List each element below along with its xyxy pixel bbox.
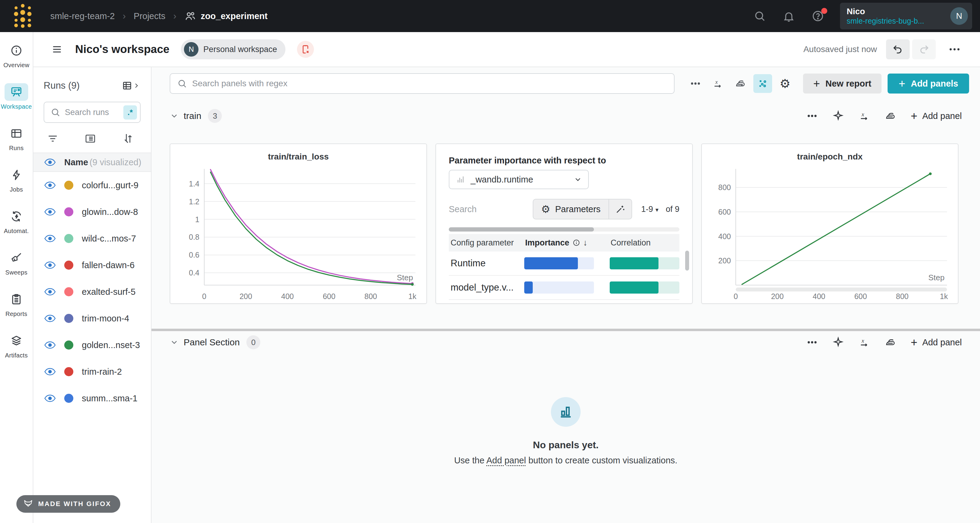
section-add-panel-button[interactable]: + Add panel [911, 336, 962, 348]
run-visibility-eye-icon[interactable] [44, 368, 56, 376]
param-vertical-scrollbar-thumb[interactable] [685, 250, 689, 271]
breadcrumb-team[interactable]: smle-reg-team-2 [50, 11, 115, 21]
svg-text:x: x [715, 79, 718, 85]
magic-wand-button[interactable] [608, 200, 632, 219]
panels-menu-button[interactable] [686, 74, 705, 93]
param-search-placeholder[interactable]: Search [449, 204, 477, 214]
run-row[interactable]: trim-moon-4 [33, 305, 151, 332]
add-panels-button[interactable]: + Add panels [888, 74, 969, 94]
importance-bar [524, 282, 594, 293]
profile-chip[interactable]: Nico smle-registries-bug-b... N [840, 3, 972, 29]
run-visibility-eye-icon[interactable] [44, 208, 56, 216]
pagination[interactable]: 1-9 ▾ of 9 [641, 204, 679, 214]
kebab-icon[interactable] [807, 336, 818, 348]
runs-column-name: Name [64, 157, 88, 167]
panels-toolbar-icons: x [686, 74, 795, 93]
breadcrumb-projects[interactable]: Projects [134, 11, 165, 21]
rail-item-artifacts[interactable]: Artifacts [5, 332, 28, 359]
x-axis-icon[interactable]: x [859, 110, 870, 122]
discard-draft-button[interactable] [297, 41, 314, 58]
rail-item-automat[interactable]: Automat. [4, 208, 29, 235]
global-search-button[interactable] [753, 9, 767, 23]
collapse-sidebar-button[interactable] [50, 43, 64, 56]
scrollbar-thumb[interactable] [449, 227, 594, 231]
rail-item-overview[interactable]: Overview [3, 42, 29, 69]
rail-item-sweeps[interactable]: Sweeps [5, 249, 28, 276]
column-config-parameter[interactable]: Config parameter [449, 238, 525, 247]
run-visibility-eye-icon[interactable] [44, 261, 56, 269]
section-title[interactable]: Panel Section [184, 337, 240, 347]
section-add-panel-button[interactable]: + Add panel [911, 110, 962, 122]
svg-text:Step: Step [397, 273, 413, 282]
group-icon[interactable] [84, 133, 96, 145]
rail-item-runs[interactable]: Runs [5, 125, 28, 152]
column-correlation[interactable]: Correlation [611, 238, 651, 247]
run-visibility-eye-icon[interactable] [44, 235, 56, 242]
run-row[interactable]: golden...nset-3 [33, 332, 151, 358]
expand-runs-table-button[interactable] [122, 80, 141, 91]
x-axis-settings-button[interactable]: x [708, 74, 727, 93]
rail-item-workspace[interactable]: Workspace [1, 83, 32, 110]
redo-button[interactable] [912, 40, 936, 59]
kebab-icon[interactable] [807, 110, 818, 122]
workspace-settings-button[interactable]: ⚙ [776, 74, 795, 93]
search-runs-input[interactable]: Search runs .* [44, 102, 141, 123]
rail-item-reports[interactable]: Reports [5, 290, 28, 317]
regex-toggle-button[interactable]: .* [123, 105, 137, 120]
help-button[interactable] [811, 9, 825, 23]
iron-icon[interactable] [885, 336, 896, 348]
empty-state-icon-circle [551, 397, 581, 427]
wandb-logo[interactable] [13, 3, 33, 29]
workspace-menu-button[interactable] [946, 43, 963, 56]
run-row[interactable]: fallen-dawn-6 [33, 252, 151, 279]
run-row[interactable]: glowin...dow-8 [33, 198, 151, 225]
run-visibility-eye-icon[interactable] [44, 314, 56, 322]
rail-item-jobs[interactable]: Jobs [5, 166, 28, 193]
iron-icon[interactable] [885, 110, 896, 122]
panel-parameter-importance[interactable]: Parameter importance with respect to _wa… [436, 143, 693, 304]
sections-horizontal-scrollbar[interactable] [151, 329, 980, 331]
new-report-button[interactable]: + New report [803, 74, 882, 94]
breadcrumb-project[interactable]: zoo_experiment [184, 10, 267, 22]
eye-icon[interactable] [44, 158, 56, 166]
run-row[interactable]: summ...sma-1 [33, 385, 151, 412]
chevron-down-icon[interactable] [170, 111, 179, 120]
runs-list-header[interactable]: Name (9 visualized) [33, 152, 151, 172]
run-visibility-eye-icon[interactable] [44, 181, 56, 189]
run-visibility-eye-icon[interactable] [44, 288, 56, 296]
svg-text:0: 0 [733, 292, 738, 301]
column-importance[interactable]: Importance ↓ [525, 238, 611, 247]
pin-icon[interactable] [832, 110, 844, 122]
add-panel-link[interactable]: Add panel [486, 455, 526, 465]
param-table-row[interactable]: model_type.v... [449, 276, 679, 300]
run-name: summ...sma-1 [82, 393, 138, 403]
chevron-down-icon[interactable] [170, 338, 179, 347]
section-header-train: train 3 x + [170, 107, 962, 125]
panel-epoch-ndx[interactable]: train/epoch_ndx 200400600800020040060080… [701, 143, 958, 304]
scatter-icon [757, 78, 768, 89]
chevron-down-icon [574, 175, 582, 184]
x-axis-icon[interactable]: x [859, 336, 870, 348]
section-title[interactable]: train [184, 111, 201, 121]
parameters-manage-button[interactable]: ⚙ Parameters [533, 200, 608, 219]
panel-train-loss[interactable]: train/train_loss 0.40.60.811.21.40200400… [170, 143, 427, 304]
run-row[interactable]: exalted-surf-5 [33, 279, 151, 305]
filter-icon[interactable] [47, 133, 59, 145]
search-panels-input[interactable]: Search panels with regex [170, 73, 675, 94]
broom-icon [10, 252, 23, 264]
target-metric-select[interactable]: _wandb.runtime [449, 170, 589, 189]
notifications-button[interactable] [782, 9, 796, 23]
run-visibility-eye-icon[interactable] [44, 341, 56, 349]
param-importance-heading: Parameter importance with respect to [449, 155, 679, 166]
run-row[interactable]: wild-c...mos-7 [33, 225, 151, 252]
smoothing-button[interactable] [731, 74, 750, 93]
param-table-row[interactable]: Runtime [449, 252, 679, 276]
run-visibility-eye-icon[interactable] [44, 395, 56, 402]
outliers-toggle-button[interactable] [753, 74, 772, 93]
pin-icon[interactable] [832, 336, 844, 348]
undo-button[interactable] [886, 40, 910, 59]
workspace-type-pill[interactable]: N Personal workspace [181, 40, 285, 59]
sort-icon[interactable] [122, 133, 134, 145]
run-row[interactable]: trim-rain-2 [33, 358, 151, 385]
run-row[interactable]: colorfu...gurt-9 [33, 172, 151, 198]
